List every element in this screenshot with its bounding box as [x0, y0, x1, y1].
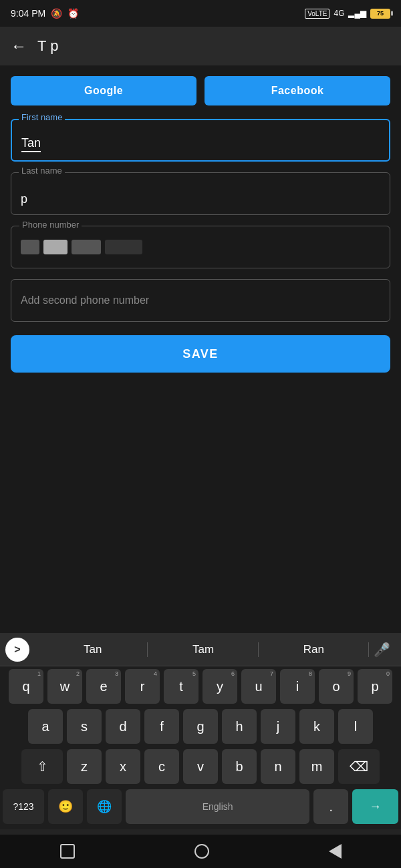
- key-q[interactable]: 1q: [9, 669, 43, 704]
- key-e[interactable]: 3e: [86, 669, 121, 704]
- save-button[interactable]: SAVE: [11, 335, 390, 373]
- battery-icon: 75: [370, 9, 390, 19]
- key-row-2: a s d f g h j k l: [3, 709, 398, 744]
- home-button[interactable]: [194, 844, 209, 859]
- emoji-key[interactable]: 🙂: [48, 789, 83, 824]
- key-x[interactable]: x: [106, 749, 140, 784]
- key-b[interactable]: b: [222, 749, 257, 784]
- shift-key[interactable]: ⇧: [21, 749, 63, 784]
- status-bar: 9:04 PM 🔕 ⏰ VoLTE 4G ▂▄▆ 75: [0, 0, 401, 27]
- status-time: 9:04 PM: [11, 8, 45, 19]
- last-name-label: Last name: [19, 166, 65, 176]
- key-row-4: ?123 🙂 🌐 English . →: [3, 789, 398, 829]
- google-button[interactable]: Google: [11, 76, 196, 105]
- key-o[interactable]: 9o: [319, 669, 354, 704]
- enter-key[interactable]: →: [352, 789, 398, 824]
- key-a[interactable]: a: [28, 709, 63, 744]
- keyboard-rows: 1q 2w 3e 4r 5t 6y 7u 8i 9o 0p a s d f g …: [0, 666, 401, 829]
- backspace-key[interactable]: ⌫: [338, 749, 380, 784]
- page-title: T p: [37, 37, 58, 55]
- key-j[interactable]: j: [261, 709, 295, 744]
- status-left: 9:04 PM 🔕 ⏰: [11, 8, 79, 19]
- volte-label: VoLTE: [305, 9, 329, 19]
- key-v[interactable]: v: [183, 749, 218, 784]
- key-l[interactable]: l: [338, 709, 373, 744]
- back-button-nav[interactable]: [329, 844, 342, 859]
- second-phone-field[interactable]: Add second phone number: [11, 279, 390, 322]
- app-header: ← T p: [0, 27, 401, 65]
- suggestion-tan[interactable]: Tan: [37, 643, 148, 656]
- signal-bars-icon: ▂▄▆: [348, 9, 366, 18]
- phone-number-field[interactable]: Phone number: [11, 226, 390, 268]
- back-button[interactable]: ←: [11, 37, 27, 55]
- nav-bar: [0, 835, 401, 868]
- facebook-button[interactable]: Facebook: [205, 76, 390, 105]
- alarm-icon: 🔕: [51, 8, 62, 19]
- phone-block-3: [72, 240, 101, 254]
- last-name-value: p: [21, 192, 27, 206]
- key-i[interactable]: 8i: [280, 669, 315, 704]
- signal-label: 4G: [333, 9, 344, 18]
- suggestions-row: > Tan Tam Ran 🎤: [0, 633, 401, 666]
- phone-block-4: [105, 240, 142, 254]
- key-m[interactable]: m: [299, 749, 334, 784]
- lang-key[interactable]: 🌐: [87, 789, 122, 824]
- num-key[interactable]: ?123: [3, 789, 44, 824]
- clock-icon: ⏰: [68, 8, 79, 19]
- suggestion-tam[interactable]: Tam: [148, 643, 258, 656]
- key-n[interactable]: n: [261, 749, 295, 784]
- first-name-label: First name: [19, 112, 65, 122]
- key-w[interactable]: 2w: [47, 669, 82, 704]
- keyboard: > Tan Tam Ran 🎤 1q 2w 3e 4r 5t 6y 7u 8i …: [0, 633, 401, 835]
- key-y[interactable]: 6y: [203, 669, 237, 704]
- phone-number-label: Phone number: [19, 220, 82, 230]
- phone-block-2: [43, 240, 68, 254]
- key-row-1: 1q 2w 3e 4r 5t 6y 7u 8i 9o 0p: [3, 669, 398, 704]
- first-name-field: First name Tan: [11, 119, 390, 162]
- suggestion-ran[interactable]: Ran: [259, 643, 369, 656]
- key-s[interactable]: s: [67, 709, 102, 744]
- key-t[interactable]: 5t: [164, 669, 198, 704]
- key-c[interactable]: c: [144, 749, 179, 784]
- key-f[interactable]: f: [144, 709, 179, 744]
- last-name-input[interactable]: p: [11, 172, 390, 215]
- second-phone-placeholder: Add second phone number: [21, 294, 149, 306]
- key-d[interactable]: d: [106, 709, 140, 744]
- status-right: VoLTE 4G ▂▄▆ 75: [305, 9, 390, 19]
- last-name-field: Last name p: [11, 172, 390, 215]
- recent-apps-button[interactable]: [60, 844, 75, 859]
- mic-icon[interactable]: 🎤: [369, 642, 396, 658]
- form-content: Google Facebook First name Tan Last name…: [0, 65, 401, 373]
- key-k[interactable]: k: [299, 709, 334, 744]
- social-buttons-row: Google Facebook: [11, 65, 390, 119]
- key-h[interactable]: h: [222, 709, 257, 744]
- key-row-3: ⇧ z x c v b n m ⌫: [3, 749, 398, 784]
- expand-suggestions-button[interactable]: >: [5, 638, 29, 662]
- key-u[interactable]: 7u: [241, 669, 276, 704]
- key-g[interactable]: g: [183, 709, 218, 744]
- space-key[interactable]: English: [126, 789, 309, 824]
- first-name-input[interactable]: Tan: [11, 119, 390, 162]
- phone-block-1: [21, 240, 39, 254]
- key-r[interactable]: 4r: [125, 669, 160, 704]
- phone-number-masked: [21, 240, 142, 254]
- key-p[interactable]: 0p: [358, 669, 392, 704]
- key-z[interactable]: z: [67, 749, 102, 784]
- first-name-value: Tan: [21, 136, 41, 152]
- period-key[interactable]: .: [313, 789, 348, 824]
